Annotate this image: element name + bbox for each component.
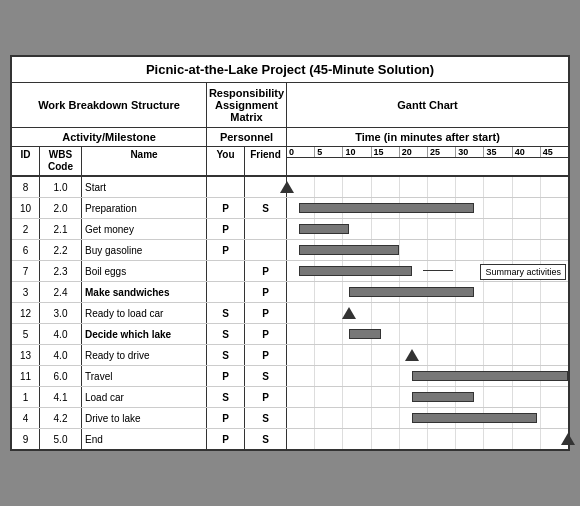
cell-you-5 [207,282,245,302]
gantt-grid-col [371,366,399,386]
cell-wbs-12: 5.0 [40,429,82,449]
cell-id-1: 10 [12,198,40,218]
cell-id-9: 11 [12,366,40,386]
cell-name-3: Buy gasoline [82,240,207,260]
col-headers-row: ID WBSCode Name You Friend 0510152025303… [12,147,568,177]
cell-friend-7: P [245,324,287,344]
gantt-grid-col [540,240,568,260]
cell-wbs-2: 2.1 [40,219,82,239]
gantt-grid-col [399,177,427,197]
gantt-grid-col [540,219,568,239]
cell-wbs-9: 6.0 [40,366,82,386]
col-id-header: ID [12,147,40,175]
gantt-grid-col [371,177,399,197]
gantt-grid-col [540,282,568,302]
gantt-grid-col [455,177,483,197]
time-scale: 051015202530354045 [287,147,568,158]
gantt-grid-col [371,303,399,323]
gantt-grid [287,177,568,197]
gantt-grid-col [371,408,399,428]
time-tick-40: 40 [512,147,540,157]
cell-gantt-11 [287,408,568,428]
table-row: 54.0Decide which lakeSP [12,324,568,345]
time-tick-45: 45 [540,147,568,157]
cell-wbs-7: 4.0 [40,324,82,344]
gantt-bar-1 [299,203,474,213]
gantt-grid-col [427,345,455,365]
cell-name-9: Travel [82,366,207,386]
gantt-grid-col [287,408,314,428]
gantt-grid-col [427,261,455,281]
cell-gantt-7 [287,324,568,344]
gantt-grid [287,324,568,344]
gantt-grid-col [342,408,370,428]
cell-you-12: P [207,429,245,449]
ram-header: Responsibility Assignment Matrix [207,83,287,127]
gantt-grid-col [314,345,342,365]
gantt-grid-col [455,261,483,281]
cell-you-0 [207,177,245,197]
col-wbs-label: WBSCode [42,149,79,173]
cell-id-5: 3 [12,282,40,302]
gantt-grid-col [287,303,314,323]
cell-id-7: 5 [12,324,40,344]
cell-id-6: 12 [12,303,40,323]
cell-gantt-6 [287,303,568,323]
gantt-grid-col [540,408,568,428]
cell-wbs-1: 2.0 [40,198,82,218]
cell-id-2: 2 [12,219,40,239]
gantt-grid-col [314,282,342,302]
milestone-triangle-8 [405,349,419,361]
gantt-grid-col [512,303,540,323]
cell-you-11: P [207,408,245,428]
gantt-grid-col [371,345,399,365]
gantt-grid-col [483,303,511,323]
cell-wbs-3: 2.2 [40,240,82,260]
gantt-grid-col [314,429,342,449]
cell-friend-2 [245,219,287,239]
gantt-grid-col [512,387,540,407]
table-row: 32.4Make sandwichesP [12,282,568,303]
cell-friend-4: P [245,261,287,281]
cell-id-3: 6 [12,240,40,260]
data-rows: 81.0Start102.0PreparationPS22.1Get money… [12,177,568,449]
gantt-grid-col [483,429,511,449]
cell-friend-8: P [245,345,287,365]
gantt-grid-col [399,324,427,344]
gantt-grid-col [483,177,511,197]
table-row: 72.3Boil eggsPSummary activities [12,261,568,282]
cell-friend-6: P [245,303,287,323]
cell-wbs-6: 3.0 [40,303,82,323]
cell-friend-10: P [245,387,287,407]
activity-subheader: Activity/Milestone [12,128,207,146]
cell-wbs-0: 1.0 [40,177,82,197]
cell-gantt-2 [287,219,568,239]
cell-gantt-0 [287,177,568,197]
cell-you-7: S [207,324,245,344]
col-you-header: You [207,147,245,175]
gantt-grid-col [371,387,399,407]
cell-you-8: S [207,345,245,365]
table-row: 102.0PreparationPS [12,198,568,219]
gantt-grid-col [483,198,511,218]
gantt-grid-col [314,177,342,197]
cell-id-8: 13 [12,345,40,365]
gantt-grid-col [399,303,427,323]
gantt-grid-col [540,198,568,218]
milestone-triangle-6 [342,307,356,319]
gantt-grid-col [455,324,483,344]
gantt-grid-col [399,219,427,239]
gantt-bar-7 [349,329,380,339]
col-name-header: Name [82,147,207,175]
cell-you-9: P [207,366,245,386]
gantt-grid-col [371,219,399,239]
cell-name-6: Ready to load car [82,303,207,323]
gantt-grid-col [427,303,455,323]
gantt-bar-10 [412,392,474,402]
gantt-grid-col [287,387,314,407]
cell-gantt-8 [287,345,568,365]
gantt-grid-col [455,240,483,260]
cell-you-4 [207,261,245,281]
gantt-grid-col [371,429,399,449]
cell-id-4: 7 [12,261,40,281]
